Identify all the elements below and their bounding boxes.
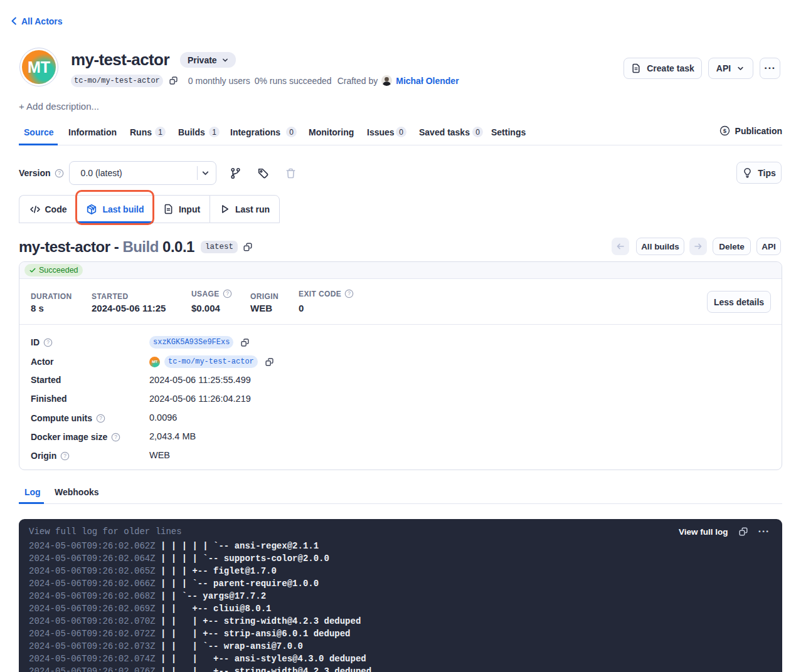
svg-text:?: ? <box>63 453 66 459</box>
svg-text:?: ? <box>99 415 102 421</box>
svg-text:?: ? <box>348 290 351 297</box>
svg-text:$: $ <box>723 127 726 134</box>
svg-text:?: ? <box>46 339 50 345</box>
svg-text:?: ? <box>114 434 117 440</box>
svg-text:?: ? <box>58 170 61 176</box>
svg-text:?: ? <box>226 290 229 297</box>
